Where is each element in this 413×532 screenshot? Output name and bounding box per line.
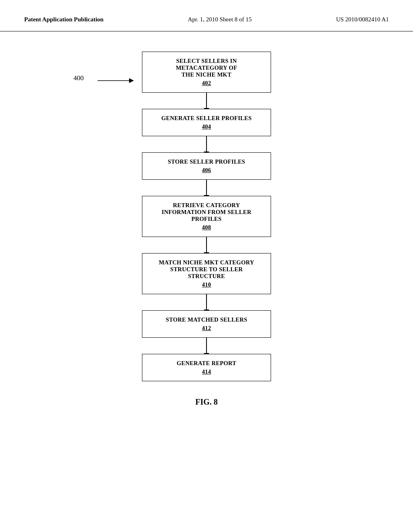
arrow-4 [206,237,207,253]
box-404-ref: 404 [150,123,263,130]
main-content: 400 SELECT SELLERS IN METACATEGORY OF TH… [0,31,413,423]
arrow-3 [206,180,207,196]
box-412: STORE MATCHED SELLERS 412 [142,310,271,338]
box-414: GENERATE REPORT 414 [142,354,271,381]
figure-label: FIG. 8 [195,397,218,407]
box-412-ref: 412 [150,325,263,332]
arrow-400-svg [94,73,134,89]
box-408-line1: RETRIEVE CATEGORY [173,202,240,208]
box-410-line3: STRUCTURE [188,273,225,279]
box-404-line1: GENERATE SELLER PROFILES [161,115,252,121]
box-406-ref: 406 [150,167,263,174]
box-408-line3: PROFILES [192,216,222,222]
box-402: SELECT SELLERS IN METACATEGORY OF THE NI… [142,52,271,93]
box-402-ref: 402 [150,80,263,87]
box-410: MATCH NICHE MKT CATEGORY STRUCTURE TO SE… [142,253,271,294]
svg-marker-1 [129,78,134,83]
box-410-line2: STRUCTURE TO SELLER [170,266,243,272]
header-patent-number: US 2010/0082410 A1 [336,16,389,23]
label-400: 400 [73,74,84,82]
header-date-sheet: Apr. 1, 2010 Sheet 8 of 15 [104,16,336,23]
arrow-1 [206,93,207,109]
arrow-5 [206,294,207,310]
box-406-line1: STORE SELLER PROFILES [168,158,245,165]
box-404: GENERATE SELLER PROFILES 404 [142,109,271,136]
box-414-line1: GENERATE REPORT [177,360,236,366]
arrow-2 [206,136,207,152]
page-header: Patent Application Publication Apr. 1, 2… [0,0,413,31]
flow-diagram: 400 SELECT SELLERS IN METACATEGORY OF TH… [142,52,271,381]
box-410-line1: MATCH NICHE MKT CATEGORY [159,259,254,266]
box-414-ref: 414 [150,368,263,375]
box-408: RETRIEVE CATEGORY INFORMATION FROM SELLE… [142,196,271,237]
box-412-line1: STORE MATCHED SELLERS [166,316,247,323]
arrow-6 [206,338,207,354]
box-402-line1: SELECT SELLERS IN [176,58,237,64]
box-402-line3: THE NICHE MKT [181,71,232,78]
box-402-line2: METACATEGORY OF [176,64,237,71]
header-publication-label: Patent Application Publication [24,16,104,23]
box-406: STORE SELLER PROFILES 406 [142,152,271,180]
box-408-ref: 408 [150,224,263,231]
box-408-line2: INFORMATION FROM SELLER [162,209,251,215]
box-410-ref: 410 [150,281,263,288]
